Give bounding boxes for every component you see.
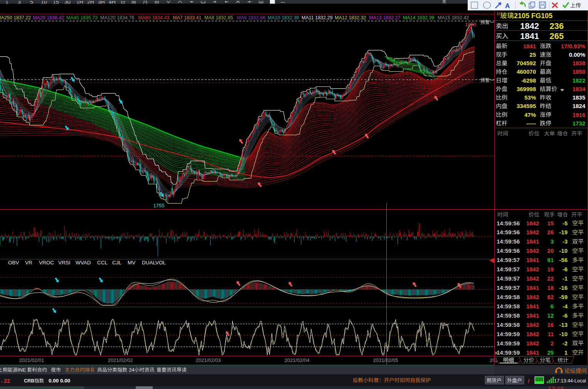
svg-text:47%: 47% <box>524 112 536 118</box>
svg-text:MA14 1832.39: MA14 1832.39 <box>403 15 434 20</box>
svg-text:INE: INE <box>18 367 26 373</box>
svg-text:1841: 1841 <box>526 238 539 245</box>
svg-text:16: 16 <box>547 321 554 328</box>
svg-text:1841: 1841 <box>526 312 539 319</box>
svg-text:MA250 1837.22: MA250 1837.22 <box>0 15 31 20</box>
svg-text:14:59:56: 14:59:56 <box>497 238 520 245</box>
svg-text:-59: -59 <box>559 294 568 300</box>
svg-text:15: 15 <box>547 220 554 227</box>
svg-text:CRB: CRB <box>24 378 34 384</box>
svg-text:MA10 1832.39: MA10 1832.39 <box>268 15 299 20</box>
svg-text:25: 25 <box>547 349 554 356</box>
svg-text:M: M <box>497 12 500 16</box>
svg-text:1842: 1842 <box>526 331 539 337</box>
svg-text:1841: 1841 <box>523 43 536 49</box>
svg-text:25: 25 <box>529 51 536 58</box>
svg-text:MA7 1833.41: MA7 1833.41 <box>173 15 201 20</box>
svg-text:14:59:56: 14:59:56 <box>497 220 520 227</box>
svg-text:24: 24 <box>129 367 134 373</box>
svg-text:-19: -19 <box>559 229 568 235</box>
svg-text:-10: -10 <box>559 247 568 254</box>
svg-text:MV: MV <box>128 260 135 266</box>
svg-text:CCL: CCL <box>97 260 108 266</box>
svg-text:-1: -1 <box>563 275 568 282</box>
svg-text:2021/02/02: 2021/02/02 <box>108 357 133 363</box>
svg-text:MA20 1836.42: MA20 1836.42 <box>33 15 64 20</box>
svg-text:3: 3 <box>551 238 554 245</box>
svg-text:MA12 1832.32: MA12 1832.32 <box>335 15 366 20</box>
svg-text:53%: 53% <box>524 94 536 101</box>
svg-text:18: 18 <box>547 284 554 291</box>
svg-text:VR: VR <box>25 260 32 266</box>
svg-text:1842: 1842 <box>526 321 539 328</box>
svg-text:.: . <box>1 377 3 384</box>
svg-text:-4: -4 <box>563 303 568 310</box>
svg-text:369998: 369998 <box>517 86 536 92</box>
svg-text:22: 22 <box>547 275 554 282</box>
svg-text:26: 26 <box>547 229 554 235</box>
svg-text:14:59:56: 14:59:56 <box>497 229 520 235</box>
svg-text:MA40 1835.73: MA40 1835.73 <box>66 15 98 20</box>
svg-text:236: 236 <box>549 21 564 31</box>
svg-text:14:59:58: 14:59:58 <box>497 303 520 310</box>
svg-text:0.00%: 0.00% <box>569 51 585 58</box>
svg-text:14:59:59: 14:59:59 <box>497 349 520 356</box>
svg-text:1732: 1732 <box>573 120 585 127</box>
svg-text:334595: 334595 <box>517 103 536 109</box>
svg-text:OBV: OBV <box>8 260 19 266</box>
svg-text:1842: 1842 <box>526 220 539 227</box>
svg-text:1824: 1824 <box>573 103 586 109</box>
svg-text:14:59:59: 14:59:59 <box>497 340 520 347</box>
svg-text:14:59:59: 14:59:59 <box>497 331 520 337</box>
svg-text:14:59:58: 14:59:58 <box>497 294 520 300</box>
svg-text:-3: -3 <box>563 238 568 245</box>
svg-text:1841: 1841 <box>526 303 539 310</box>
svg-text:1850: 1850 <box>465 22 476 27</box>
svg-text:2021/02/01: 2021/02/01 <box>19 357 44 363</box>
svg-text:1842: 1842 <box>520 21 539 31</box>
svg-text:VRSI: VRSI <box>58 260 71 266</box>
svg-text:265: 265 <box>549 31 564 41</box>
svg-text:1842: 1842 <box>526 247 539 254</box>
svg-text:0.00 0.00: 0.00 0.00 <box>49 378 70 384</box>
svg-text:1755: 1755 <box>153 203 165 208</box>
svg-text:>: > <box>495 350 497 356</box>
svg-text:1841: 1841 <box>526 257 539 263</box>
svg-text:MA13 1832.27: MA13 1832.27 <box>369 15 400 20</box>
svg-text:14:59:57: 14:59:57 <box>497 257 520 263</box>
svg-text:22: 22 <box>4 378 10 384</box>
svg-text:1842: 1842 <box>526 266 539 272</box>
svg-text:12: 12 <box>547 312 554 319</box>
svg-text:A: A <box>505 2 510 10</box>
svg-text:6: 6 <box>551 303 554 310</box>
svg-text:MA120 1834.76: MA120 1834.76 <box>100 15 134 20</box>
svg-text:-6: -6 <box>563 266 568 272</box>
svg-text:DUALVOL: DUALVOL <box>142 260 166 266</box>
svg-text:14:59:57: 14:59:57 <box>497 266 520 272</box>
svg-text:CJL: CJL <box>112 260 121 266</box>
svg-text:704592: 704592 <box>517 60 536 66</box>
svg-text:MA15 1832.42: MA15 1832.42 <box>438 15 469 20</box>
svg-text:1834: 1834 <box>573 86 586 92</box>
svg-text:17:13:44-Local: 17:13:44-Local <box>554 378 586 384</box>
svg-text:-6: -6 <box>563 312 568 319</box>
svg-text:-13: -13 <box>559 321 568 328</box>
svg-text:-6298: -6298 <box>521 77 536 84</box>
svg-text:1822: 1822 <box>573 77 585 84</box>
svg-text:2021/02/04: 2021/02/04 <box>284 357 309 363</box>
svg-text:14:59:58: 14:59:58 <box>497 312 520 319</box>
svg-text:2: 2 <box>551 340 554 347</box>
svg-text:-10: -10 <box>559 331 568 337</box>
svg-text:14:59:56: 14:59:56 <box>497 247 520 254</box>
svg-text:1841: 1841 <box>526 349 539 356</box>
svg-text:14:59:57: 14:59:57 <box>497 284 520 291</box>
svg-text:82: 82 <box>547 294 554 300</box>
svg-text:-2: -2 <box>563 340 568 347</box>
svg-text:460070: 460070 <box>517 68 536 75</box>
svg-text:WVAD: WVAD <box>76 260 91 266</box>
svg-text:2021/02/05: 2021/02/05 <box>373 357 398 363</box>
svg-text:91: 91 <box>547 257 554 263</box>
svg-text:1850: 1850 <box>573 68 585 75</box>
svg-text:VROC: VROC <box>39 260 54 266</box>
svg-text:1916: 1916 <box>573 112 585 118</box>
